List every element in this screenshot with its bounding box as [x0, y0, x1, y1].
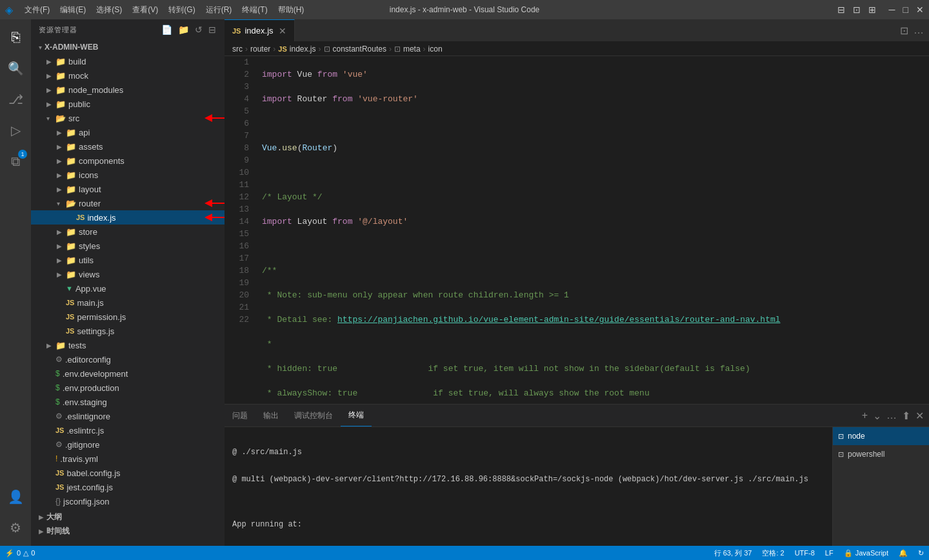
tree-item-router[interactable]: ▾ 📂 router — [31, 196, 225, 210]
terminal-output[interactable]: @ ./src/main.js @ multi (webpack)-dev-se… — [225, 427, 832, 546]
tree-item-gitignore[interactable]: ⚙ .gitignore — [31, 437, 225, 452]
terminal-more-icon[interactable]: ⌄ — [873, 410, 881, 422]
menu-run[interactable]: 运行(R) — [201, 3, 237, 17]
menu-file[interactable]: 文件(F) — [19, 3, 55, 17]
breadcrumb-src[interactable]: src — [232, 45, 243, 54]
tree-item-settingsjs[interactable]: JS settings.js — [31, 324, 225, 338]
close-btn[interactable]: ✕ — [916, 5, 924, 15]
tree-section-timeline[interactable]: ▶ 时间线 — [31, 524, 225, 538]
tree-item-src[interactable]: ▾ 📂 src — [31, 111, 225, 125]
more-actions-icon[interactable]: … — [914, 25, 924, 36]
menu-view[interactable]: 查看(V) — [127, 3, 163, 17]
status-sync[interactable]: ↻ — [913, 546, 929, 560]
minimize-btn[interactable]: ─ — [889, 5, 895, 15]
tree-item-eslintrc[interactable]: JS .eslintrc.js — [31, 423, 225, 437]
collapse-all-icon[interactable]: ⊟ — [208, 25, 217, 35]
terminal-add-icon[interactable]: + — [862, 410, 868, 421]
activity-extensions[interactable]: ⧉ 1 — [0, 146, 31, 177]
terminal-tab-problems[interactable]: 问题 — [225, 405, 255, 426]
restore-btn[interactable]: □ — [903, 5, 908, 15]
code-content[interactable]: import Vue from 'vue' import Router from… — [257, 56, 929, 404]
activity-settings[interactable]: ⚙ — [0, 512, 31, 543]
new-folder-icon[interactable]: 📁 — [178, 25, 190, 35]
tree-item-public[interactable]: ▶ 📁 public — [31, 97, 225, 111]
window-controls: ⊟ ⊡ ⊞ ─ □ ✕ — [837, 5, 924, 15]
terminal-node-instance[interactable]: ⊡ node — [833, 427, 929, 445]
tree-item-api[interactable]: ▶ 📁 api — [31, 125, 225, 139]
tree-item-travis[interactable]: ! .travis.yml — [31, 452, 225, 466]
tree-item-layout[interactable]: ▶ 📁 layout — [31, 182, 225, 196]
breadcrumb-icon-prop[interactable]: icon — [428, 45, 443, 54]
status-errors[interactable]: ⚡ 0 △ 0 — [0, 546, 40, 560]
tree-item-index-js[interactable]: JS index.js — [31, 210, 225, 225]
tree-item-store[interactable]: ▶ 📁 store — [31, 225, 225, 239]
activity-debug[interactable]: ▷ — [0, 115, 31, 146]
layout-icon[interactable]: ⊟ — [837, 5, 845, 15]
activity-explorer[interactable]: ⎘ — [0, 22, 31, 53]
menu-select[interactable]: 选择(S) — [91, 3, 127, 17]
activity-source-control[interactable]: ⎇ — [0, 84, 31, 115]
menu-terminal[interactable]: 终端(T) — [237, 3, 272, 17]
terminal-close-icon[interactable]: ✕ — [915, 410, 924, 422]
tree-item-mock[interactable]: ▶ 📁 mock — [31, 68, 225, 83]
tree-item-build[interactable]: ▶ 📁 build — [31, 54, 225, 68]
tree-item-editorconfig[interactable]: ⚙ .editorconfig — [31, 352, 225, 366]
tree-item-components[interactable]: ▶ 📁 components — [31, 154, 225, 168]
tree-item-env-prod[interactable]: $ .env.production — [31, 381, 225, 395]
breadcrumb-indexjs[interactable]: index.js — [290, 45, 316, 54]
status-position[interactable]: 行 63, 列 37 — [709, 546, 757, 560]
terminal-tab-bar: 问题 输出 调试控制台 终端 + ⌄ … ⬆ ✕ — [225, 405, 929, 427]
tree-item-jest[interactable]: JS jest.config.js — [31, 480, 225, 494]
activity-search[interactable]: 🔍 — [0, 53, 31, 84]
tree-item-views[interactable]: ▶ 📁 views — [31, 267, 225, 281]
status-language[interactable]: 🔒 JavaScript — [839, 546, 894, 560]
terminal-maximize-icon[interactable]: ⬆ — [902, 410, 910, 422]
breadcrumb-meta[interactable]: meta — [403, 45, 421, 54]
terminal-tab-terminal[interactable]: 终端 — [341, 405, 372, 426]
tree-item-mainjs[interactable]: JS main.js — [31, 295, 225, 310]
sidebar: 资源管理器 📄 📁 ↺ ⊟ ▾ X-ADMIN-WEB ▶ 📁 build — [31, 19, 225, 546]
tab-close-btn[interactable]: ✕ — [279, 26, 286, 36]
breadcrumb-constantroutes[interactable]: constantRoutes — [333, 45, 386, 54]
tree-item-babel[interactable]: JS babel.config.js — [31, 466, 225, 480]
menu-goto[interactable]: 转到(G) — [163, 3, 200, 17]
activity-account[interactable]: 👤 — [0, 481, 31, 512]
status-bell[interactable]: 🔔 — [894, 546, 913, 560]
terminal-powershell-instance[interactable]: ⊡ powershell — [833, 445, 929, 463]
tree-item-styles[interactable]: ▶ 📁 styles — [31, 239, 225, 253]
tree-item-permissionjs[interactable]: JS permission.js — [31, 310, 225, 324]
split-icon[interactable]: ⊡ — [853, 5, 861, 15]
split-editor-icon[interactable]: ⊡ — [900, 25, 908, 37]
tree-item-env-staging[interactable]: $ .env.staging — [31, 395, 225, 409]
tree-item-node-modules[interactable]: ▶ 📁 node_modules — [31, 83, 225, 97]
tab-index-js[interactable]: JS index.js ✕ — [225, 19, 295, 41]
breadcrumb-router[interactable]: router — [250, 45, 270, 54]
code-line-6: /* Layout */ — [262, 191, 929, 203]
sidebar-tree: ▾ X-ADMIN-WEB ▶ 📁 build ▶ 📁 mock ▶ 📁 nod… — [31, 40, 225, 546]
menu-edit[interactable]: 编辑(E) — [55, 3, 91, 17]
tree-item-icons[interactable]: ▶ 📁 icons — [31, 168, 225, 182]
terminal-tab-debug[interactable]: 调试控制台 — [286, 405, 341, 426]
tree-root[interactable]: ▾ X-ADMIN-WEB — [31, 40, 225, 54]
tree-item-eslintignore[interactable]: ⚙ .eslintignore — [31, 409, 225, 423]
breadcrumb-sep2: › — [273, 45, 275, 54]
terminal-tab-output[interactable]: 输出 — [255, 405, 286, 426]
status-encoding[interactable]: UTF-8 — [790, 546, 820, 560]
refresh-icon[interactable]: ↺ — [195, 25, 203, 35]
terminal-dots-icon[interactable]: … — [886, 410, 897, 421]
tree-item-tests[interactable]: ▶ 📁 tests — [31, 338, 225, 352]
tab-right-actions: ⊡ … — [895, 19, 929, 41]
new-file-icon[interactable]: 📄 — [161, 25, 173, 35]
tree-section-outline[interactable]: ▶ 大纲 — [31, 510, 225, 524]
grid-icon[interactable]: ⊞ — [868, 5, 876, 15]
status-eol[interactable]: LF — [820, 546, 839, 560]
tree-item-utils[interactable]: ▶ 📁 utils — [31, 253, 225, 267]
tree-item-env-dev[interactable]: $ .env.development — [31, 366, 225, 381]
vscode-icon: ◈ — [5, 4, 13, 16]
status-spaces[interactable]: 空格: 2 — [757, 546, 789, 560]
menu-help[interactable]: 帮助(H) — [273, 3, 310, 17]
tree-item-assets[interactable]: ▶ 📁 assets — [31, 139, 225, 154]
code-line-14: * alwaysShow: true if set true, will alw… — [262, 387, 929, 399]
tree-item-appvue[interactable]: ▼ App.vue — [31, 281, 225, 295]
tree-item-jsconfig[interactable]: {} jsconfig.json — [31, 494, 225, 508]
